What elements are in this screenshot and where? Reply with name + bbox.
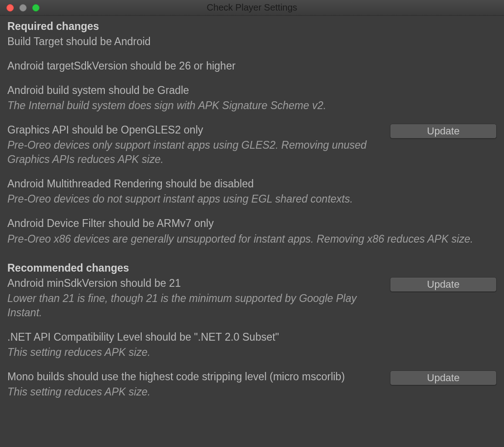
item-description: This setting reduces APK size. [7,345,497,360]
window-titlebar[interactable]: Check Player Settings [0,0,504,16]
required-section-header: Required changes [7,19,497,34]
item-description: Pre-Oreo x86 devices are generally unsup… [7,232,497,246]
item-text: Android Multithreaded Rendering should b… [7,177,497,206]
recommended-item: .NET API Compatibility Level should be "… [7,330,497,360]
item-title: Build Target should be Android [7,35,497,49]
window-title: Check Player Settings [0,2,504,13]
update-button[interactable]: Update [390,277,497,292]
item-description: Pre-Oreo devices do not support instant … [7,192,497,206]
settings-window: Check Player Settings Required changes B… [0,0,504,447]
item-text: Android build system should be Gradle Th… [7,83,497,113]
required-item: Graphics API should be OpenGLES2 only Pr… [7,123,497,167]
item-text: Android targetSdkVersion should be 26 or… [7,59,497,73]
item-description: Lower than 21 is fine, though 21 is the … [7,291,384,320]
item-title: Mono builds should use the highest code … [7,370,384,384]
update-button[interactable]: Update [390,124,497,139]
item-description: Pre-Oreo devices only support instant ap… [7,138,384,167]
recommended-section-header: Recommended changes [7,261,497,275]
required-item: Android Device Filter should be ARMv7 on… [7,216,497,246]
item-description: The Internal build system does sign with… [7,99,497,113]
item-title: Android Multithreaded Rendering should b… [7,177,497,191]
zoom-icon[interactable] [32,4,40,12]
item-title: .NET API Compatibility Level should be "… [7,330,497,344]
item-text: Android minSdkVersion should be 21 Lower… [7,276,384,320]
item-title: Android targetSdkVersion should be 26 or… [7,59,497,73]
item-text: Build Target should be Android [7,35,497,49]
item-title: Graphics API should be OpenGLES2 only [7,123,384,137]
recommended-item: Mono builds should use the highest code … [7,370,497,399]
item-text: Mono builds should use the highest code … [7,370,384,399]
close-icon[interactable] [6,4,14,12]
content-area: Required changes Build Target should be … [0,16,504,447]
item-text: Android Device Filter should be ARMv7 on… [7,216,497,246]
item-title: Android minSdkVersion should be 21 [7,276,384,290]
recommended-item: Android minSdkVersion should be 21 Lower… [7,276,497,320]
window-controls [0,4,40,12]
item-text: Graphics API should be OpenGLES2 only Pr… [7,123,384,167]
item-title: Android Device Filter should be ARMv7 on… [7,216,497,231]
item-description: This setting reduces APK size. [7,385,384,399]
required-item: Android build system should be Gradle Th… [7,83,497,113]
update-button[interactable]: Update [390,371,497,385]
required-item: Android targetSdkVersion should be 26 or… [7,59,497,73]
item-text: .NET API Compatibility Level should be "… [7,330,497,360]
required-item: Build Target should be Android [7,35,497,49]
item-title: Android build system should be Gradle [7,83,497,98]
minimize-icon[interactable] [19,4,27,12]
required-item: Android Multithreaded Rendering should b… [7,177,497,206]
